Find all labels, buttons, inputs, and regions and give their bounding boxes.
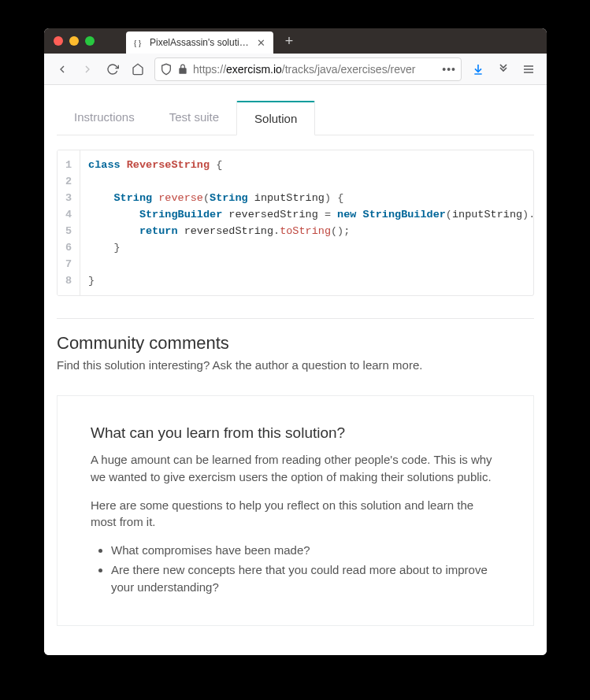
tracking-shield-icon[interactable]: [160, 63, 173, 76]
tab-solution[interactable]: Solution: [236, 101, 315, 135]
brace: {: [216, 159, 222, 171]
line-number: 5: [58, 223, 80, 239]
code-card: 1 2 3 4 5 6 7 8 class ReverseString { St…: [57, 150, 534, 296]
paren: (: [446, 209, 452, 220]
brace: }: [114, 242, 121, 254]
learn-p2: Here are some questions to help you refl…: [91, 497, 500, 531]
overflow-button[interactable]: [492, 57, 515, 81]
kw-new: new: [337, 209, 356, 220]
community-comments-heading: Community comments: [57, 333, 534, 354]
home-button[interactable]: [126, 57, 150, 81]
learn-q2: Are there new concepts here that you cou…: [111, 561, 500, 597]
tab-test-suite[interactable]: Test suite: [152, 101, 236, 135]
browser-toolbar: https://exercism.io/tracks/java/exercise…: [44, 54, 547, 85]
var-name: reversedString: [184, 225, 273, 237]
code-lines[interactable]: class ReverseString { String reverse(Str…: [80, 150, 533, 295]
line-number: 4: [58, 206, 80, 223]
line-number: 3: [58, 190, 80, 206]
url-host: exercism.io: [226, 63, 282, 76]
paren: ): [522, 209, 529, 220]
community-comments-sub: Find this solution interesting? Ask the …: [57, 358, 534, 372]
paren: ): [325, 192, 331, 204]
op-eq: =: [325, 209, 331, 220]
window-minimize-button[interactable]: [69, 36, 79, 46]
param-name: inputString: [254, 192, 325, 204]
learn-p1: A huge amount can be learned from readin…: [91, 451, 500, 486]
type-string: String: [210, 192, 248, 204]
menu-button[interactable]: [517, 57, 540, 81]
learn-q1: What compromises have been made?: [111, 542, 500, 560]
code-block: 1 2 3 4 5 6 7 8 class ReverseString { St…: [58, 150, 533, 295]
semi: ;: [343, 225, 350, 237]
svg-text:{ }: { }: [134, 39, 142, 47]
parens: (): [331, 225, 343, 237]
line-number: 7: [58, 256, 80, 272]
learn-card: What can you learn from this solution? A…: [57, 395, 534, 626]
solution-tabs: Instructions Test suite Solution: [57, 101, 534, 135]
downloads-button[interactable]: [466, 57, 490, 81]
back-button[interactable]: [50, 57, 74, 81]
brace: }: [88, 275, 95, 287]
learn-heading: What can you learn from this solution?: [91, 424, 500, 442]
type-string: String: [114, 192, 153, 204]
line-number: 1: [58, 157, 80, 173]
divider: [57, 318, 534, 319]
address-bar[interactable]: https://exercism.io/tracks/java/exercise…: [154, 57, 462, 81]
reload-button[interactable]: [101, 57, 124, 81]
titlebar: { } PixelAssassin's solution to Reve ✕ +: [44, 28, 547, 54]
browser-window: { } PixelAssassin's solution to Reve ✕ +: [44, 28, 547, 655]
tab-strip: { } PixelAssassin's solution to Reve ✕ +: [126, 28, 300, 54]
paren: (: [203, 192, 210, 204]
type-stringbuilder: StringBuilder: [139, 209, 222, 220]
browser-tab-title: PixelAssassin's solution to Reve: [150, 37, 252, 48]
line-number: 6: [58, 239, 80, 256]
browser-tab[interactable]: { } PixelAssassin's solution to Reve ✕: [126, 31, 273, 54]
dot: .: [529, 209, 533, 220]
url-path: /tracks/java/exercises/rever: [282, 63, 416, 76]
page-actions-icon[interactable]: •••: [442, 63, 456, 76]
line-number: 2: [58, 173, 80, 190]
var-name: reversedString: [228, 209, 317, 220]
lock-icon[interactable]: [177, 64, 188, 75]
url-text: https://exercism.io/tracks/java/exercise…: [193, 63, 437, 76]
url-prefix: https://: [193, 63, 226, 76]
line-gutter: 1 2 3 4 5 6 7 8: [58, 150, 80, 295]
brace: {: [337, 192, 343, 204]
kw-return: return: [139, 225, 178, 237]
page-content: Instructions Test suite Solution 1 2 3 4…: [44, 85, 547, 655]
class-name: ReverseString: [127, 159, 210, 171]
ctor: StringBuilder: [363, 209, 446, 220]
tab-instructions[interactable]: Instructions: [57, 101, 152, 135]
exercism-favicon-icon: { }: [134, 37, 145, 48]
forward-button[interactable]: [76, 57, 99, 81]
kw-class: class: [88, 159, 121, 171]
window-zoom-button[interactable]: [85, 36, 95, 46]
line-number: 8: [58, 272, 80, 289]
dot: .: [273, 225, 280, 237]
method-call: toString: [280, 225, 331, 237]
tab-close-icon[interactable]: ✕: [257, 37, 265, 49]
learn-questions: What compromises have been made? Are the…: [91, 542, 500, 597]
method-name: reverse: [158, 192, 203, 204]
traffic-lights: [54, 36, 95, 46]
new-tab-button[interactable]: +: [278, 31, 300, 50]
window-close-button[interactable]: [54, 36, 63, 46]
arg: inputString: [452, 209, 522, 220]
